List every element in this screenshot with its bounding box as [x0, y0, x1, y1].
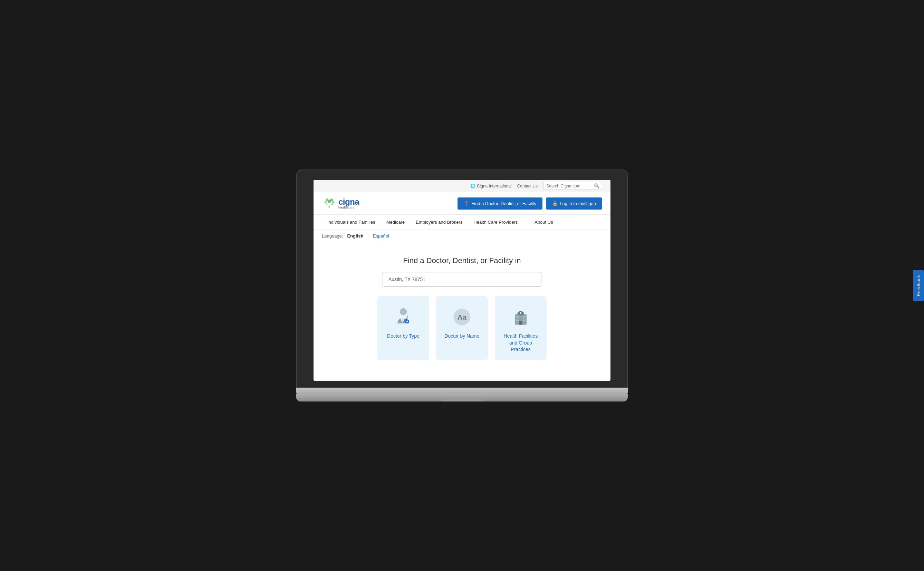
doctor-by-type-label: Doctor by Type [387, 333, 420, 340]
laptop-base [296, 394, 628, 401]
login-button[interactable]: 🔒 Log in to myCigna [546, 198, 602, 210]
location-pin-icon: 📍 [464, 201, 469, 206]
svg-point-2 [330, 199, 333, 201]
find-doctor-button[interactable]: 📍 Find a Doctor, Dentist, or Facility [458, 198, 543, 210]
nav-employers-brokers[interactable]: Employers and Brokers [410, 215, 468, 230]
svg-point-5 [325, 203, 328, 205]
utility-search[interactable]: 🔍 [543, 182, 602, 190]
search-icon: 🔍 [594, 183, 600, 188]
svg-rect-23 [516, 320, 518, 322]
cigna-logo-icon [322, 196, 337, 210]
language-label: Language: [322, 233, 343, 239]
doctor-by-type-card[interactable]: Doctor by Type [377, 296, 429, 360]
search-cards: Doctor by Type Aa Doctor by Name [377, 296, 547, 360]
nav-about-us[interactable]: About Us [529, 215, 558, 230]
globe-icon: 🌐 [470, 184, 475, 188]
doctor-by-name-label: Doctor by Name [444, 333, 479, 340]
logo-cigna-text: cigna [338, 198, 359, 206]
svg-text:Aa: Aa [458, 313, 467, 321]
find-doctor-label: Find a Doctor, Dentist, or Facility [471, 201, 536, 206]
lock-icon: 🔒 [552, 201, 558, 206]
laptop-bottom [296, 388, 628, 394]
logo-healthcare-text: healthcare [338, 206, 359, 209]
location-input[interactable] [383, 272, 541, 287]
svg-point-4 [332, 201, 335, 204]
language-divider: | [367, 233, 369, 239]
login-label: Log in to myCigna [560, 201, 596, 206]
health-facilities-card[interactable]: Health Facilities and Group Practices [495, 296, 547, 360]
nav-health-care-providers[interactable]: Health Care Providers [468, 215, 523, 230]
language-english[interactable]: English [347, 233, 363, 239]
screen-bezel: 🌐 Cigna International Contact Us 🔍 [296, 170, 628, 388]
svg-rect-21 [516, 316, 518, 318]
facility-icon [510, 306, 532, 328]
laptop-screen: 🌐 Cigna International Contact Us 🔍 [313, 180, 611, 381]
language-espanol[interactable]: Español [373, 233, 389, 239]
cigna-logo[interactable]: cigna healthcare [322, 196, 359, 210]
main-nav: Individuals and Families Medicare Employ… [313, 215, 611, 230]
cigna-international-link[interactable]: 🌐 Cigna International [470, 184, 512, 188]
laptop-hinge [441, 399, 483, 401]
nav-divider [526, 219, 526, 226]
laptop-frame: 🌐 Cigna International Contact Us 🔍 [296, 170, 628, 401]
contact-us-link[interactable]: Contact Us [517, 184, 538, 188]
page-title: Find a Doctor, Dentist, or Facility in [403, 256, 521, 265]
utility-bar: 🌐 Cigna International Contact Us 🔍 [313, 180, 611, 192]
svg-point-8 [400, 308, 407, 316]
utility-search-input[interactable] [543, 183, 592, 190]
svg-rect-24 [523, 320, 526, 322]
header-buttons: 📍 Find a Doctor, Dentist, or Facility 🔒 … [458, 198, 602, 210]
nav-individuals-families[interactable]: Individuals and Families [322, 215, 381, 230]
svg-point-3 [325, 201, 327, 204]
feedback-tab[interactable]: Feedback [913, 270, 924, 301]
nav-medicare[interactable]: Medicare [381, 215, 410, 230]
logo-text: cigna healthcare [338, 198, 359, 209]
doctor-type-icon [392, 306, 414, 328]
main-header: cigna healthcare 📍 Find a Doctor, Dentis… [313, 192, 611, 215]
main-content: Find a Doctor, Dentist, or Facility in [313, 242, 611, 381]
cigna-international-label: Cigna International [477, 184, 512, 188]
doctor-by-name-card[interactable]: Aa Doctor by Name [436, 296, 488, 360]
svg-point-7 [329, 205, 330, 208]
doctor-name-icon: Aa [451, 306, 473, 328]
svg-rect-22 [523, 316, 526, 318]
location-input-wrap [383, 272, 541, 287]
svg-rect-20 [519, 321, 522, 324]
health-facilities-label: Health Facilities and Group Practices [502, 333, 540, 353]
svg-point-1 [325, 199, 329, 201]
svg-point-6 [331, 203, 333, 205]
language-bar: Language: English | Español [313, 230, 611, 242]
utility-search-button[interactable]: 🔍 [592, 182, 602, 190]
contact-us-label: Contact Us [517, 184, 538, 188]
